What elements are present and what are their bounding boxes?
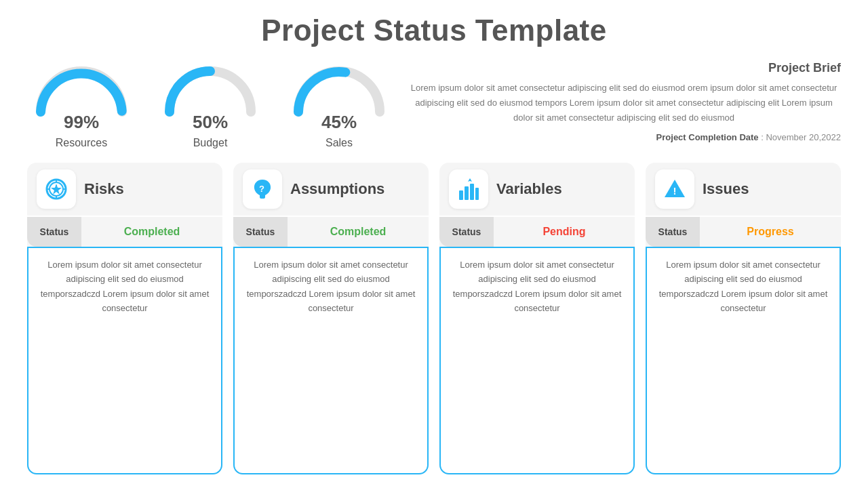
brief-text: Lorem ipsum dolor sit amet consectetur a… (407, 81, 841, 125)
card-variables: Variables Status Pending Lorem ipsum dol… (439, 163, 635, 474)
brief-date: Project Completion Date : November 20,20… (407, 132, 841, 142)
svg-rect-11 (465, 186, 469, 200)
issues-status-value: Progress (700, 217, 841, 247)
card-variables-header: Variables (439, 163, 635, 216)
svg-rect-12 (470, 184, 474, 200)
risks-icon: ! (44, 177, 68, 201)
gauge-budget: 50% Budget (156, 54, 264, 149)
gauge-resources-label: Resources (56, 137, 107, 149)
risks-status-label: Status (27, 217, 81, 247)
variables-icon (456, 177, 481, 201)
svg-text:!: ! (673, 185, 677, 197)
svg-marker-14 (468, 178, 472, 182)
svg-rect-10 (459, 190, 463, 200)
card-assumptions-status-row: Status Completed (233, 217, 429, 247)
page: Project Status Template 99% Resources (0, 0, 868, 488)
project-brief-section: Project Brief Lorem ipsum dolor sit amet… (407, 54, 841, 142)
card-issues: ! Issues Status Progress Lorem ipsum dol… (646, 163, 841, 474)
assumptions-status-label: Status (233, 217, 288, 247)
risks-icon-box: ! (37, 169, 76, 209)
gauge-sales-value: 45% (321, 112, 357, 133)
gauge-sales: 45% Sales (285, 54, 393, 149)
issues-status-label: Status (646, 217, 700, 247)
card-risks-header: ! Risks (27, 163, 222, 216)
card-variables-label: Variables (496, 180, 562, 198)
assumptions-icon: ? (250, 177, 275, 201)
gauge-budget-value: 50% (193, 112, 228, 133)
card-risks-body: Lorem ipsum dolor sit amet consectetur a… (27, 247, 222, 474)
completion-label: Project Completion Date (656, 132, 759, 142)
variables-icon-box (449, 169, 488, 209)
gauge-resources: 99% Resources (27, 54, 136, 149)
page-title: Project Status Template (27, 14, 841, 47)
card-assumptions-header: ? Assumptions (233, 163, 429, 216)
card-issues-status-row: Status Progress (646, 217, 841, 247)
gauge-budget-label: Budget (193, 137, 228, 149)
card-assumptions-label: Assumptions (290, 180, 384, 198)
completion-date: November 20,2022 (766, 132, 841, 142)
card-issues-body: Lorem ipsum dolor sit amet consectetur a… (646, 247, 841, 474)
svg-text:?: ? (259, 184, 264, 194)
cards-section: ! Risks Status Completed Lorem ipsum dol… (27, 163, 841, 474)
assumptions-icon-box: ? (243, 169, 282, 209)
card-assumptions-body: Lorem ipsum dolor sit amet consectetur a… (233, 247, 429, 474)
assumptions-status-value: Completed (288, 217, 429, 247)
brief-title: Project Brief (407, 61, 841, 75)
top-section: 99% Resources 50% Budget (27, 54, 841, 149)
card-risks-label: Risks (84, 180, 124, 198)
gauge-resources-value: 99% (64, 112, 99, 133)
card-variables-body: Lorem ipsum dolor sit amet consectetur a… (439, 247, 635, 474)
svg-rect-13 (475, 188, 479, 200)
gauges-area: 99% Resources 50% Budget (27, 54, 393, 149)
variables-status-value: Pending (494, 217, 635, 247)
svg-text:!: ! (55, 183, 58, 194)
risks-status-value: Completed (81, 217, 222, 247)
variables-status-label: Status (439, 217, 494, 247)
gauge-sales-label: Sales (326, 137, 353, 149)
card-issues-label: Issues (703, 180, 749, 198)
card-variables-status-row: Status Pending (439, 217, 635, 247)
card-issues-header: ! Issues (646, 163, 841, 216)
card-risks-status-row: Status Completed (27, 217, 222, 247)
issues-icon: ! (663, 177, 687, 201)
card-assumptions: ? Assumptions Status Completed Lorem ips… (233, 163, 429, 474)
card-risks: ! Risks Status Completed Lorem ipsum dol… (27, 163, 222, 474)
issues-icon-box: ! (655, 169, 694, 209)
